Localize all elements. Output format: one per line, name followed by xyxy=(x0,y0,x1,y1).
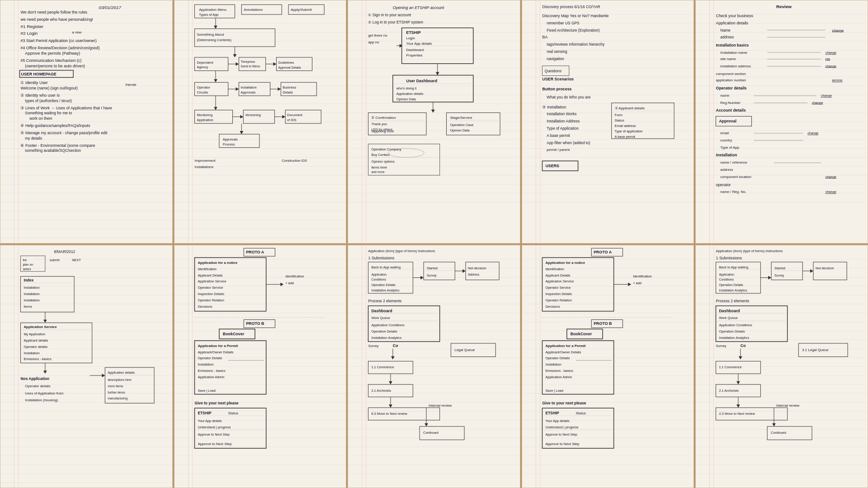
svg-marker-374 xyxy=(43,319,47,323)
svg-text:Co: Co xyxy=(393,343,398,347)
svg-marker-93 xyxy=(233,54,236,57)
svg-text:get there no: get there no xyxy=(368,33,388,38)
svg-marker-180 xyxy=(400,44,403,47)
svg-text:BookCover: BookCover xyxy=(222,332,244,336)
svg-text:Timepress: Timepress xyxy=(241,60,255,64)
svg-text:Document: Document xyxy=(287,113,302,117)
svg-marker-577 xyxy=(628,282,631,286)
svg-text:Internal review: Internal review xyxy=(429,404,452,408)
svg-text:Not decision: Not decision xyxy=(816,266,834,270)
svg-text:Operator Details: Operator Details xyxy=(545,356,570,360)
svg-text:Operator Service: Operator Service xyxy=(545,286,571,290)
svg-text:Installation: Installation xyxy=(24,298,39,302)
svg-text:Operator Details: Operator Details xyxy=(198,356,222,360)
svg-text:Application Menu: Application Menu xyxy=(199,8,226,12)
svg-text:Form: Form xyxy=(614,113,622,117)
svg-text:Stage/Service: Stage/Service xyxy=(450,116,473,120)
svg-text:installation address: installation address xyxy=(721,64,751,68)
svg-text:8/MAR/2012: 8/MAR/2012 xyxy=(54,249,75,254)
svg-text:Installation basics: Installation basics xyxy=(716,43,749,47)
svg-text:Buy Contact: Buy Contact xyxy=(372,153,390,157)
svg-marker-536 xyxy=(425,423,428,426)
svg-text:#3  Start Permit Application (: #3 Start Permit Application (cc user/own… xyxy=(20,38,96,43)
svg-text:Operator: Operator xyxy=(197,85,210,89)
svg-text:Nos Application: Nos Application xyxy=(20,376,49,380)
svg-text:Decisions: Decisions xyxy=(545,304,560,308)
svg-text:Application (form) (type of fo: Application (form) (type of forms) Instr… xyxy=(716,249,783,253)
svg-text:#2  Login: #2 Login xyxy=(20,31,38,36)
svg-text:Dashboard: Dashboard xyxy=(406,48,424,52)
svg-text:Operator Relation: Operator Relation xyxy=(198,298,224,302)
svg-text:something available/SQC/sectio: something available/SQC/section xyxy=(25,148,81,153)
svg-text:Decisions: Decisions xyxy=(198,304,212,308)
svg-text:select: select xyxy=(23,267,31,270)
svg-text:Work Queue: Work Queue xyxy=(719,316,738,320)
svg-marker-137 xyxy=(240,131,243,134)
svg-text:change: change xyxy=(826,175,836,179)
svg-text:friends: friends xyxy=(126,83,137,87)
svg-marker-671 xyxy=(736,404,740,408)
svg-text:Emissions - basics: Emissions - basics xyxy=(545,369,573,373)
svg-text:Login: Login xyxy=(406,36,415,40)
svg-text:BookCover: BookCover xyxy=(571,332,592,336)
notebook-page-2: Application Menu Types of App Annotation… xyxy=(174,0,347,244)
notebook-page-6: 8/MAR/2012 list plan on select submit NE… xyxy=(0,245,173,488)
svg-text:Welcome (name) (sign out/logou: Welcome (name) (sign out/logout) xyxy=(20,86,77,90)
svg-marker-128 xyxy=(240,115,243,118)
svg-text:Installation: Installation xyxy=(241,85,256,89)
svg-point-209 xyxy=(388,149,424,158)
notebook-page-4: Discovery process 6/1/16 CO/YAR Discover… xyxy=(522,0,694,244)
svg-text:1 Submissions: 1 Submissions xyxy=(716,255,742,260)
svg-text:Understand | progress: Understand | progress xyxy=(198,425,231,429)
svg-text:(Determining Contents): (Determining Contents) xyxy=(197,38,231,42)
svg-text:User Dashboard: User Dashboard xyxy=(406,79,438,83)
svg-text:1.1 Commence: 1.1 Commence xyxy=(372,365,394,369)
svg-marker-667 xyxy=(736,381,740,384)
svg-text:Discovery process  6/1/16     : Discovery process 6/1/16 CO/YAR xyxy=(542,5,600,9)
svg-marker-98 xyxy=(236,62,239,66)
notebook-page-8: Application (form) (type of forms) Instr… xyxy=(348,245,520,488)
svg-text:Identification: Identification xyxy=(633,274,652,278)
svg-text:Your App details: Your App details xyxy=(406,42,432,46)
svg-text:Application Service: Application Service xyxy=(545,279,574,283)
svg-text:Versioning: Versioning xyxy=(245,113,261,117)
svg-text:Account details: Account details xyxy=(716,108,746,113)
svg-text:Continued: Continued xyxy=(771,430,786,434)
svg-text:2.3 Move to Next review: 2.3 Move to Next review xyxy=(719,412,755,416)
svg-text:Review: Review xyxy=(776,4,792,9)
svg-text:Applicant details: Applicant details xyxy=(24,338,48,342)
svg-rect-567 xyxy=(542,258,613,311)
svg-text:Not decision: Not decision xyxy=(468,266,486,270)
svg-text:types of (authorities / struct: types of (authorities / struct) xyxy=(25,99,72,103)
svg-text:Survey: Survey xyxy=(716,343,726,347)
svg-text:#4  Office Review/Decision (ad: #4 Office Review/Decision (admin/con/goo… xyxy=(20,46,99,50)
svg-text:site name: site name xyxy=(721,57,736,61)
svg-marker-499 xyxy=(420,276,424,279)
svg-text:03/01/2017: 03/01/2017 xyxy=(99,5,121,10)
notebook-page-9: PROTO A Application for a notice Identif… xyxy=(522,245,694,488)
svg-text:Back to App waiting: Back to App waiting xyxy=(719,265,749,269)
svg-text:3.1 Legal Queue: 3.1 Legal Queue xyxy=(802,347,829,352)
svg-text:Opinion Data: Opinion Data xyxy=(450,128,470,132)
svg-text:access: access xyxy=(832,78,843,82)
svg-text:operator: operator xyxy=(716,183,731,187)
svg-text:Give to your next please: Give to your next please xyxy=(194,401,238,405)
svg-text:⑤ Manage my account - change p: ⑤ Manage my account - change pass/profil… xyxy=(20,131,108,135)
svg-text:Installations: Installations xyxy=(194,165,213,169)
svg-marker-531 xyxy=(389,404,392,408)
svg-text:Give to your next please: Give to your next please xyxy=(542,401,586,405)
svg-text:Application Admin: Application Admin xyxy=(198,375,224,379)
svg-text:Opening an ETSHIP account: Opening an ETSHIP account xyxy=(393,5,444,10)
svg-text:remember US GPS: remember US GPS xyxy=(547,21,580,25)
svg-text:Email address: Email address xyxy=(614,124,636,128)
svg-text:country: country xyxy=(721,138,732,142)
svg-text:① Identity User: ① Identity User xyxy=(20,80,47,85)
svg-text:+ add: + add xyxy=(633,281,642,285)
svg-text:ETSHIP: ETSHIP xyxy=(545,411,559,415)
svg-marker-527 xyxy=(389,381,392,384)
svg-text:Something About: Something About xyxy=(197,33,224,37)
svg-text:submit: submit xyxy=(50,258,60,262)
svg-text:Installation (housing): Installation (housing) xyxy=(25,398,58,402)
main-grid: 03/01/2017 We don't need people follow t… xyxy=(0,0,868,488)
svg-text:Operation Details: Operation Details xyxy=(372,283,396,287)
